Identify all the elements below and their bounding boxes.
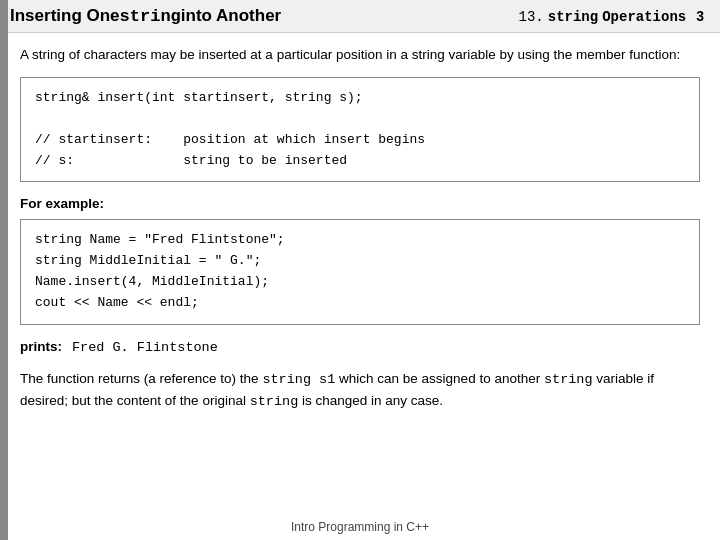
header-bar: Inserting One string into Another 13. st… — [0, 0, 720, 33]
intro-paragraph: A string of characters may be inserted a… — [20, 45, 700, 65]
header-title-code: string — [120, 7, 181, 26]
page-number: 3 — [696, 8, 704, 24]
example-line-1: string Name = "Fred Flintstone"; — [35, 230, 685, 251]
conclusion-code2: string — [544, 372, 593, 387]
conclusion-part4: is changed in any case. — [298, 393, 443, 408]
footer-text: Intro Programming in C++ — [291, 520, 429, 534]
prints-value: Fred G. Flintstone — [72, 340, 218, 355]
example-line-2: string MiddleInitial = " G."; — [35, 251, 685, 272]
code-line-1: string& insert(int startinsert, string s… — [35, 88, 685, 109]
main-content: A string of characters may be inserted a… — [0, 33, 720, 422]
section-number: 13. — [519, 9, 544, 25]
conclusion-code1: string s1 — [262, 372, 335, 387]
section-code: string — [548, 9, 598, 25]
prints-line: prints: Fred G. Flintstone — [20, 339, 700, 355]
conclusion-part1: The function returns (a reference to) th… — [20, 371, 262, 386]
code-box-signature: string& insert(int startinsert, string s… — [20, 77, 700, 182]
header-section-area: 13. string Operations 3 — [519, 8, 704, 25]
code-line-3: // startinsert: position at which insert… — [35, 130, 685, 151]
example-line-4: cout << Name << endl; — [35, 293, 685, 314]
code-line-4: // s: string to be inserted — [35, 151, 685, 172]
example-line-3: Name.insert(4, MiddleInitial); — [35, 272, 685, 293]
section-label: Operations — [602, 9, 686, 25]
conclusion-code3: string — [250, 394, 299, 409]
footer: Intro Programming in C++ — [0, 520, 720, 534]
header-title-before: Inserting One — [10, 6, 120, 26]
conclusion-paragraph: The function returns (a reference to) th… — [20, 369, 700, 413]
prints-label: prints: — [20, 339, 62, 354]
code-line-2 — [35, 109, 685, 130]
header-title-after: into Another — [181, 6, 281, 26]
conclusion-part2: which can be assigned to another — [335, 371, 544, 386]
left-border-accent — [0, 0, 8, 540]
for-example-label: For example: — [20, 196, 700, 211]
header-title-area: Inserting One string into Another — [10, 6, 281, 26]
code-box-example: string Name = "Fred Flintstone"; string … — [20, 219, 700, 324]
page-container: Inserting One string into Another 13. st… — [0, 0, 720, 540]
